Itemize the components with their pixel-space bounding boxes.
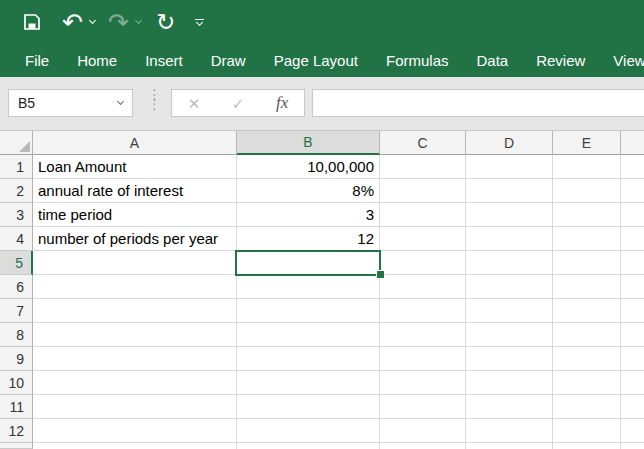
cell-c13[interactable]: [380, 443, 466, 449]
cell-f7[interactable]: [621, 299, 644, 323]
cell-a11[interactable]: [33, 395, 237, 419]
cell-b6[interactable]: [237, 275, 380, 299]
cell-b1[interactable]: 10,00,000: [237, 155, 380, 179]
undo-dropdown-icon[interactable]: [89, 17, 96, 24]
cell-a5[interactable]: [33, 251, 237, 275]
cell-e7[interactable]: [553, 299, 621, 323]
formula-input[interactable]: [312, 89, 644, 117]
column-header-e[interactable]: E: [553, 131, 621, 155]
name-box[interactable]: B5: [8, 89, 133, 117]
row-header-7[interactable]: 7: [0, 299, 33, 323]
row-header-5-selected[interactable]: 5: [0, 251, 33, 275]
cell-e1[interactable]: [553, 155, 621, 179]
cell-d9[interactable]: [466, 347, 553, 371]
cell-e2[interactable]: [553, 179, 621, 203]
cell-d10[interactable]: [466, 371, 553, 395]
cell-f13[interactable]: [621, 443, 644, 449]
cell-c10[interactable]: [380, 371, 466, 395]
cell-a3[interactable]: time period: [33, 203, 237, 227]
cell-d13[interactable]: [466, 443, 553, 449]
cell-c4[interactable]: [380, 227, 466, 251]
row-header-9[interactable]: 9: [0, 347, 33, 371]
cell-e9[interactable]: [553, 347, 621, 371]
fill-handle[interactable]: [377, 271, 384, 278]
tab-home[interactable]: Home: [77, 52, 117, 69]
tab-draw[interactable]: Draw: [211, 52, 246, 69]
cell-f11[interactable]: [621, 395, 644, 419]
cell-c8[interactable]: [380, 323, 466, 347]
repeat-icon[interactable]: ↻: [156, 11, 175, 33]
cell-e8[interactable]: [553, 323, 621, 347]
cell-c9[interactable]: [380, 347, 466, 371]
tab-formulas[interactable]: Formulas: [386, 52, 449, 69]
row-header-4[interactable]: 4: [0, 227, 33, 251]
cell-b10[interactable]: [237, 371, 380, 395]
cell-a7[interactable]: [33, 299, 237, 323]
cell-c3[interactable]: [380, 203, 466, 227]
column-header-a[interactable]: A: [33, 131, 237, 155]
cell-d5[interactable]: [466, 251, 553, 275]
tab-page-layout[interactable]: Page Layout: [274, 52, 358, 69]
cell-a9[interactable]: [33, 347, 237, 371]
cell-e6[interactable]: [553, 275, 621, 299]
cell-e12[interactable]: [553, 419, 621, 443]
cell-f5[interactable]: [621, 251, 644, 275]
cell-c12[interactable]: [380, 419, 466, 443]
cell-e13[interactable]: [553, 443, 621, 449]
cell-b8[interactable]: [237, 323, 380, 347]
cell-e11[interactable]: [553, 395, 621, 419]
cell-e3[interactable]: [553, 203, 621, 227]
cell-f8[interactable]: [621, 323, 644, 347]
cell-d8[interactable]: [466, 323, 553, 347]
column-header-d[interactable]: D: [466, 131, 553, 155]
insert-function-icon[interactable]: fx: [276, 93, 288, 113]
cell-f9[interactable]: [621, 347, 644, 371]
tab-view[interactable]: View: [613, 52, 644, 69]
row-header-8[interactable]: 8: [0, 323, 33, 347]
cell-d3[interactable]: [466, 203, 553, 227]
cancel-icon[interactable]: ✕: [188, 96, 201, 111]
cell-f10[interactable]: [621, 371, 644, 395]
cell-b13[interactable]: [237, 443, 380, 449]
cell-f6[interactable]: [621, 275, 644, 299]
cell-f3[interactable]: [621, 203, 644, 227]
row-header-13-partial[interactable]: [0, 443, 33, 449]
column-header-partial[interactable]: [621, 131, 644, 155]
cell-a8[interactable]: [33, 323, 237, 347]
cell-b11[interactable]: [237, 395, 380, 419]
cell-e5[interactable]: [553, 251, 621, 275]
select-all-corner[interactable]: [0, 131, 33, 155]
redo-dropdown-icon[interactable]: [135, 17, 142, 24]
cell-f1[interactable]: [621, 155, 644, 179]
row-header-12[interactable]: 12: [0, 419, 33, 443]
tab-file[interactable]: File: [25, 52, 49, 69]
cell-a6[interactable]: [33, 275, 237, 299]
cell-d6[interactable]: [466, 275, 553, 299]
cell-b4[interactable]: 12: [237, 227, 380, 251]
cell-f2[interactable]: [621, 179, 644, 203]
cell-a10[interactable]: [33, 371, 237, 395]
cell-a4[interactable]: number of periods per year: [33, 227, 237, 251]
cell-c2[interactable]: [380, 179, 466, 203]
tab-review[interactable]: Review: [536, 52, 585, 69]
cell-e4[interactable]: [553, 227, 621, 251]
cell-d12[interactable]: [466, 419, 553, 443]
cell-a2[interactable]: annual rate of interest: [33, 179, 237, 203]
row-header-3[interactable]: 3: [0, 203, 33, 227]
cell-a1[interactable]: Loan Amount: [33, 155, 237, 179]
name-box-dropdown-icon[interactable]: [117, 98, 124, 105]
tab-insert[interactable]: Insert: [145, 52, 183, 69]
cell-b7[interactable]: [237, 299, 380, 323]
cell-d7[interactable]: [466, 299, 553, 323]
cell-b2[interactable]: 8%: [237, 179, 380, 203]
cell-c11[interactable]: [380, 395, 466, 419]
row-header-6[interactable]: 6: [0, 275, 33, 299]
cell-f4[interactable]: [621, 227, 644, 251]
tab-data[interactable]: Data: [476, 52, 508, 69]
row-header-10[interactable]: 10: [0, 371, 33, 395]
enter-icon[interactable]: ✓: [232, 96, 245, 111]
cell-c7[interactable]: [380, 299, 466, 323]
cell-d4[interactable]: [466, 227, 553, 251]
cell-c6[interactable]: [380, 275, 466, 299]
cell-c1[interactable]: [380, 155, 466, 179]
